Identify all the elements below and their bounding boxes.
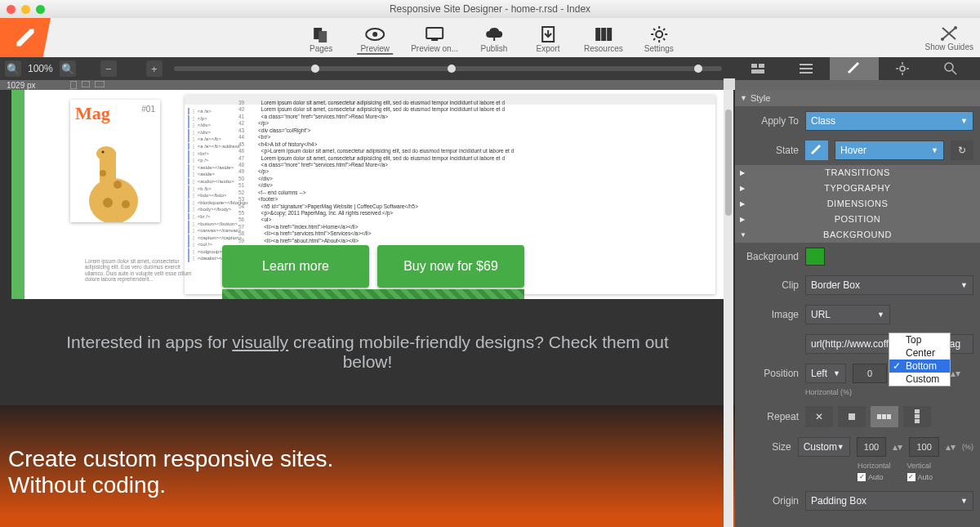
size-v-auto-checkbox[interactable]: ✓Auto <box>907 473 933 481</box>
position-accordion[interactable]: ▶POSITION <box>735 212 980 227</box>
svg-rect-1 <box>318 31 327 42</box>
breakpoint-timeline[interactable] <box>174 66 722 71</box>
settings-button[interactable]: Settings <box>641 25 677 53</box>
buy-now-button[interactable]: Buy now for $69 <box>377 245 524 288</box>
panel-tab-settings[interactable] <box>879 57 927 80</box>
clip-select[interactable]: Border Box▼ <box>805 275 973 295</box>
state-reset-button[interactable]: ↻ <box>951 141 973 160</box>
transitions-accordion[interactable]: ▶TRANSITIONS <box>735 165 980 181</box>
size-v-value[interactable]: 100 <box>909 437 939 457</box>
background-color-swatch[interactable] <box>805 248 825 266</box>
design-canvas[interactable]: Mag #01 ⋮ <a /a>⋮ </p>⋮ </div>⋮ </div>⋮ … <box>0 90 735 527</box>
svg-point-10 <box>656 31 662 38</box>
publish-button[interactable]: Publish <box>476 25 512 53</box>
svg-point-42 <box>114 181 122 189</box>
typography-accordion[interactable]: ▶TYPOGRAPHY <box>735 181 980 196</box>
svg-line-17 <box>653 38 655 40</box>
svg-rect-24 <box>800 64 813 65</box>
minus-button[interactable]: − <box>100 60 117 77</box>
svg-rect-51 <box>915 414 920 418</box>
background-label: Background <box>742 251 799 262</box>
pages-button[interactable]: Pages <box>303 25 339 53</box>
preview-on-button[interactable]: Preview on... <box>411 25 458 53</box>
svg-rect-46 <box>849 413 855 420</box>
style-section-header[interactable]: ▼Style <box>735 90 980 106</box>
svg-point-41 <box>102 151 105 154</box>
svg-rect-23 <box>751 69 764 74</box>
panel-tab-list[interactable] <box>782 57 830 80</box>
svg-point-44 <box>122 200 130 208</box>
canvas-scrollbar[interactable] <box>724 90 733 527</box>
green-strip <box>11 90 24 299</box>
hero-section: Create custom responsive sites. Without … <box>0 405 735 527</box>
svg-line-33 <box>952 70 956 74</box>
preview-button[interactable]: Preview <box>357 25 393 55</box>
svg-rect-50 <box>915 409 920 413</box>
position-horiz-select[interactable]: Left▼ <box>805 364 846 383</box>
svg-rect-26 <box>800 72 813 74</box>
dimensions-accordion[interactable]: ▶DIMENSIONS <box>735 196 980 212</box>
zoom-bar: 🔍 100% 🔍 − + <box>0 57 980 80</box>
phone-icon[interactable] <box>70 81 77 89</box>
svg-rect-48 <box>882 414 886 419</box>
size-h-auto-checkbox[interactable]: ✓Auto <box>858 473 884 481</box>
svg-line-18 <box>663 29 665 30</box>
lorem-text: Lorem ipsum dolor sit amet, consectetur … <box>85 258 199 283</box>
svg-rect-35 <box>82 81 90 87</box>
window-titlebar: Responsive Site Designer - home-r.rsd - … <box>0 0 980 18</box>
plus-button[interactable]: + <box>146 60 163 77</box>
svg-point-27 <box>900 66 905 71</box>
export-button[interactable]: Export <box>530 25 566 53</box>
tablet-icon[interactable] <box>82 81 90 87</box>
svg-point-3 <box>372 32 377 37</box>
repeat-y-button[interactable] <box>903 406 931 427</box>
repeat-x-button[interactable] <box>871 406 898 427</box>
background-accordion[interactable]: ▼BACKGROUND <box>735 227 980 243</box>
svg-rect-4 <box>426 28 443 38</box>
app-logo[interactable] <box>0 18 51 57</box>
magazine-cover: Mag #01 <box>70 100 160 222</box>
image-type-select[interactable]: URL▼ <box>805 305 890 324</box>
main-toolbar: Pages Preview Preview on... Publish Expo… <box>0 18 980 57</box>
position-horiz-value[interactable]: 0 <box>853 364 887 383</box>
state-icon[interactable] <box>805 141 828 160</box>
zoom-out-icon[interactable]: 🔍 <box>5 60 21 77</box>
size-select[interactable]: Custom▼ <box>798 437 850 457</box>
svg-rect-36 <box>95 81 105 87</box>
svg-line-16 <box>663 38 665 40</box>
svg-rect-7 <box>595 28 600 41</box>
svg-rect-49 <box>887 414 891 419</box>
svg-point-45 <box>100 170 106 176</box>
zoom-in-icon[interactable]: 🔍 <box>60 60 76 77</box>
repeat-both-button[interactable] <box>838 406 866 427</box>
apply-to-select[interactable]: Class▼ <box>805 111 973 131</box>
minimize-window-button[interactable] <box>21 5 30 14</box>
svg-rect-25 <box>800 68 813 69</box>
panel-tab-search[interactable] <box>927 57 975 80</box>
ruler-bar: 1029 px <box>0 80 980 90</box>
resources-button[interactable]: Resources <box>584 25 623 53</box>
state-label: State <box>742 145 799 156</box>
svg-point-43 <box>103 198 113 208</box>
size-h-value[interactable]: 100 <box>857 437 887 457</box>
svg-rect-5 <box>431 39 438 41</box>
size-label: Size <box>742 441 791 453</box>
position-label: Position <box>742 368 799 379</box>
zoom-level: 100% <box>28 63 53 74</box>
origin-select[interactable]: Padding Box▼ <box>805 491 973 511</box>
apply-to-label: Apply To <box>742 115 799 127</box>
show-guides-button[interactable]: Show Guides <box>925 25 973 51</box>
learn-more-button[interactable]: Learn more <box>222 245 369 288</box>
repeat-none-button[interactable]: ✕ <box>805 406 833 427</box>
close-window-button[interactable] <box>7 5 16 14</box>
panel-tab-layout[interactable] <box>733 57 782 80</box>
clip-label: Clip <box>742 279 799 291</box>
desktop-icon[interactable] <box>95 81 105 87</box>
horiz-sublabel: Horizontal (%) <box>805 388 852 396</box>
zoom-window-button[interactable] <box>36 5 45 14</box>
giraffe-image <box>77 144 150 222</box>
style-panel: ▼Style Apply To Class▼ State Hover▼ ↻ ▶T… <box>735 90 980 527</box>
state-select[interactable]: Hover▼ <box>835 141 944 160</box>
position-vert-dropdown[interactable]: Top Center ✓Bottom Custom <box>889 333 951 386</box>
panel-tab-style[interactable] <box>830 57 878 80</box>
